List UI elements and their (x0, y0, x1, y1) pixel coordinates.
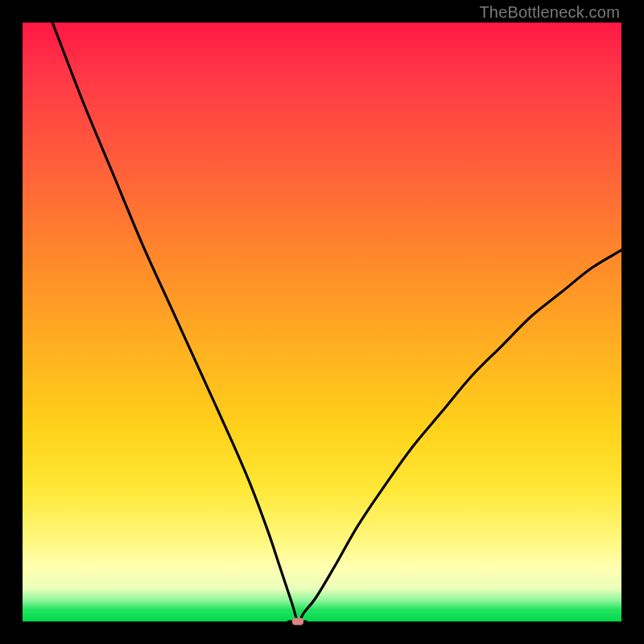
chart-frame: TheBottleneck.com (0, 0, 644, 644)
optimal-balance-marker (292, 618, 303, 625)
watermark-text: TheBottleneck.com (479, 3, 620, 22)
plot-area (23, 23, 621, 621)
bottleneck-curve (23, 23, 621, 621)
